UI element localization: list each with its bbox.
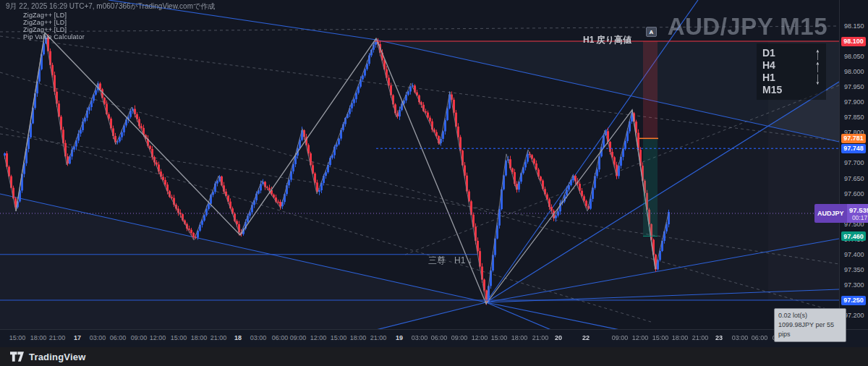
annotation-three-peaks-h1[interactable]: 三尊 H1 ↓ [428, 255, 472, 267]
position-risk: 1099.98JPY per 55 pips [778, 320, 842, 339]
time-tick: 17 [74, 334, 81, 341]
price-level-badge: 97.748 [841, 144, 866, 153]
tradingview-logo-icon [10, 352, 24, 362]
price-tick: 97.950 [844, 83, 864, 90]
time-tick: 23 [715, 334, 723, 341]
price-tick: 97.850 [844, 114, 864, 121]
time-tick: 21:00 [692, 334, 709, 341]
tradingview-logo-text: TradingView [29, 352, 86, 362]
price-tick: 97.600 [844, 190, 864, 197]
tradingview-chart-page: 9月 22, 2025 16:29 UTC+7, m0607366がTradin… [0, 0, 868, 366]
price-level-badge: 97.781 [841, 134, 866, 143]
indicator-legend-item[interactable]: Pip Value Calculator [23, 33, 85, 41]
position-lots: 0.02 lot(s) [778, 311, 842, 320]
timeframe-label: H1 [762, 72, 775, 83]
time-tick: 15:00 [9, 334, 26, 341]
arrow-down-icon: ↓ [815, 67, 820, 87]
chart-canvas[interactable] [0, 0, 839, 329]
time-tick: 12:00 [150, 334, 166, 341]
bar-countdown: 00:17 [852, 214, 867, 221]
time-tick: 15:00 [652, 334, 669, 341]
position-size-tooltip: 0.02 lot(s) 1099.98JPY per 55 pips [774, 308, 846, 342]
time-tick: 03:00 [732, 334, 749, 341]
time-tick: 21:00 [210, 334, 227, 341]
time-tick: 20 [555, 334, 562, 341]
time-tick: 15:00 [171, 334, 187, 341]
price-tick: 97.200 [844, 312, 864, 319]
time-tick: 21:00 [370, 334, 387, 341]
time-tick: 15:00 [491, 334, 508, 341]
price-level-badge: 98.100 [841, 37, 866, 46]
price-level-badge: 97.250 [841, 296, 866, 305]
time-tick: 09:00 [131, 334, 148, 341]
time-tick: 03:00 [90, 334, 106, 341]
time-tick: 18:00 [511, 334, 528, 341]
chart-attribution: 9月 22, 2025 16:29 UTC+7, m0607366がTradin… [6, 1, 215, 12]
time-tick: 18:00 [350, 334, 367, 341]
time-tick: 21:00 [49, 334, 66, 341]
price-tick: 97.300 [844, 281, 864, 289]
time-tick: 03:00 [412, 334, 428, 341]
time-tick: 15:00 [331, 334, 347, 341]
indicator-legend: ZigZag++ [LD]ZigZag++ [LD]ZigZag++ [LD]P… [23, 12, 85, 41]
time-tick: 06:00 [752, 334, 768, 341]
time-tick: 09:00 [612, 334, 629, 341]
time-tick: 12:00 [472, 334, 488, 341]
time-tick: 12:00 [310, 334, 327, 341]
current-price-badge: AUDJPY 97.535 00:17 [814, 204, 868, 223]
price-tick: 98.150 [844, 22, 864, 30]
time-tick: 18:00 [191, 334, 208, 341]
time-tick: 09:00 [290, 334, 307, 341]
price-tick: 97.400 [844, 251, 864, 258]
price-level-badge: 97.460 [841, 231, 866, 241]
timeframe-row: H1↓ [762, 71, 820, 83]
price-axis[interactable]: 98.15098.05098.00097.95097.90097.85097.8… [839, 0, 868, 329]
timeframe-label: D1 [762, 47, 775, 59]
indicator-legend-item[interactable]: ZigZag++ [LD] [23, 12, 85, 19]
footer-bar: TradingView [0, 347, 868, 366]
tradingview-logo[interactable]: TradingView [10, 352, 86, 362]
time-tick: 06:00 [431, 334, 448, 341]
price-tick: 97.700 [844, 159, 864, 166]
time-tick: 18 [234, 334, 242, 341]
time-tick: 22 [582, 334, 590, 341]
time-tick: 06:00 [272, 334, 289, 341]
time-tick: 18:00 [30, 334, 47, 341]
time-tick: 12:00 [632, 334, 649, 341]
time-axis[interactable]: 15:0018:0021:001703:0006:0009:0012:0015:… [0, 329, 868, 348]
annotation-h1-return-high[interactable]: H1 戻り高値 [583, 34, 631, 46]
current-price-symbol: AUDJPY [814, 204, 847, 223]
price-tick: 97.900 [844, 98, 864, 106]
time-tick: 09:00 [451, 334, 468, 341]
symbol-watermark: AUD/JPY M15 [668, 13, 827, 41]
price-tick: 97.650 [844, 175, 864, 182]
indicator-legend-item[interactable]: ZigZag++ [LD] [23, 19, 85, 26]
time-tick: 19 [396, 334, 403, 341]
marker-a-flag[interactable]: A [646, 27, 657, 37]
price-tick: 98.050 [844, 53, 864, 60]
timeframe-row: D1↑ [762, 46, 820, 59]
time-tick: 03:00 [250, 334, 267, 341]
timeframe-label: M15 [762, 84, 782, 95]
time-tick: 21:00 [532, 334, 549, 341]
price-tick: 97.350 [844, 266, 864, 273]
time-tick: 06:00 [110, 334, 127, 341]
price-tick: 98.000 [844, 68, 864, 75]
timeframe-label: H4 [762, 59, 775, 71]
timeframe-row: M15 [762, 83, 820, 95]
current-price-value: 97.535 [849, 206, 868, 214]
timeframe-row: H4↑ [762, 59, 820, 71]
indicator-legend-item[interactable]: ZigZag++ [LD] [23, 26, 85, 33]
time-tick: 18:00 [672, 334, 689, 341]
timeframe-direction-panel: D1↑H4↑H1↓M15 [757, 43, 826, 100]
